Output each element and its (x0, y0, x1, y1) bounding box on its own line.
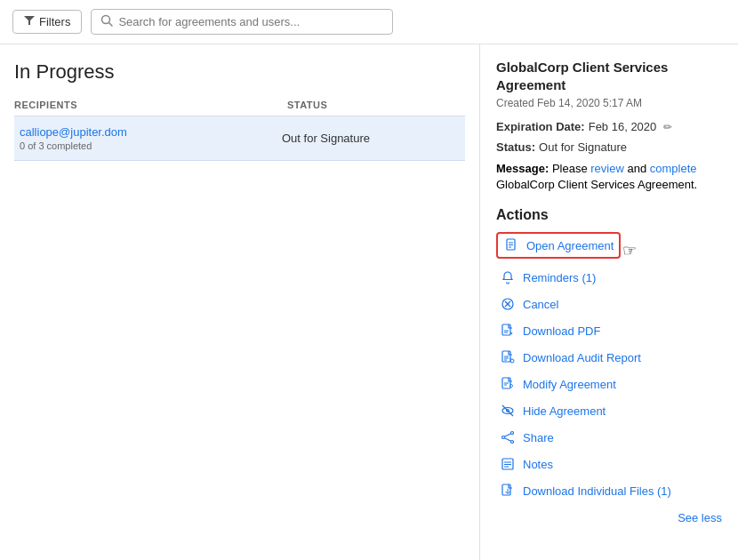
document-icon (503, 237, 519, 253)
edit-icon[interactable]: ✏ (663, 121, 672, 133)
actions-title: Actions (496, 207, 722, 223)
page-title: In Progress (14, 60, 465, 84)
download-files-icon (500, 483, 516, 499)
message-row: Message: Please review and complete Glob… (496, 161, 722, 193)
cancel-label: Cancel (523, 298, 558, 311)
search-input[interactable] (118, 15, 383, 28)
status-label: Status: (496, 140, 535, 154)
modify-agreement-action[interactable]: Modify Agreement (496, 371, 722, 397)
pdf-icon (500, 323, 516, 339)
message-link-complete[interactable]: complete (650, 162, 697, 175)
filter-icon (24, 15, 35, 28)
status-cell: Out for Signature (282, 132, 460, 145)
cursor-icon: ☞ (622, 241, 637, 260)
left-panel: In Progress RECIPIENTS STATUS calliope@j… (0, 44, 480, 560)
svg-rect-34 (502, 484, 510, 495)
svg-point-27 (502, 436, 505, 439)
message-link-review[interactable]: review (590, 162, 624, 175)
reminders-label: Reminders (1) (523, 271, 596, 284)
right-panel: GlobalCorp Client Services Agreement Cre… (480, 44, 738, 560)
status-value: Out for Signature (539, 140, 627, 154)
filter-label: Filters (39, 15, 70, 28)
share-action[interactable]: Share (496, 424, 722, 451)
expiration-row: Expiration Date: Feb 16, 2020 ✏ (496, 120, 722, 133)
modify-agreement-label: Modify Agreement (523, 378, 616, 391)
bell-icon (500, 269, 516, 285)
hide-agreement-label: Hide Agreement (523, 404, 606, 418)
table-row[interactable]: calliope@jupiter.dom 0 of 3 completed Ou… (14, 116, 465, 161)
cancel-icon (500, 296, 516, 312)
audit-icon (500, 349, 516, 365)
search-icon (100, 14, 113, 29)
download-individual-label: Download Individual Files (1) (523, 484, 671, 498)
hide-icon (500, 403, 516, 419)
svg-rect-10 (502, 324, 510, 335)
share-label: Share (523, 431, 554, 444)
svg-line-2 (109, 23, 113, 27)
see-less-link[interactable]: See less (496, 511, 722, 524)
download-audit-label: Download Audit Report (523, 351, 641, 364)
reminders-action[interactable]: Reminders (1) (496, 264, 722, 291)
svg-point-25 (511, 432, 514, 435)
cancel-action[interactable]: Cancel (496, 291, 722, 317)
toolbar: Filters (0, 0, 738, 44)
main-layout: In Progress RECIPIENTS STATUS calliope@j… (0, 44, 738, 560)
share-icon (500, 429, 516, 445)
recipient-info: calliope@jupiter.dom 0 of 3 completed (20, 125, 282, 151)
recipient-email: calliope@jupiter.dom (20, 125, 282, 139)
svg-point-26 (511, 441, 514, 444)
col-status-header: STATUS (287, 100, 465, 110)
modify-icon (500, 376, 516, 392)
svg-line-29 (504, 438, 510, 441)
open-agreement-action[interactable]: Open Agreement (496, 232, 621, 259)
svg-line-28 (504, 434, 510, 436)
recipient-count: 0 of 3 completed (20, 140, 282, 151)
download-individual-action[interactable]: Download Individual Files (1) (496, 477, 722, 504)
download-pdf-label: Download PDF (523, 324, 600, 338)
notes-icon (500, 456, 516, 472)
open-agreement-label: Open Agreement (526, 239, 614, 252)
svg-line-24 (502, 405, 513, 416)
agreement-title: GlobalCorp Client Services Agreement (496, 59, 722, 93)
col-recipients-header: RECIPIENTS (14, 100, 287, 110)
notes-label: Notes (523, 458, 553, 471)
search-box (91, 9, 393, 35)
expiration-value: Feb 16, 2020 (589, 120, 657, 133)
notes-action[interactable]: Notes (496, 451, 722, 477)
table-header: RECIPIENTS STATUS (14, 100, 465, 116)
message-label: Message: (496, 162, 549, 175)
filter-button[interactable]: Filters (12, 10, 82, 34)
status-row: Status: Out for Signature (496, 140, 722, 154)
download-audit-action[interactable]: Download Audit Report (496, 344, 722, 371)
created-date: Created Feb 14, 2020 5:17 AM (496, 97, 722, 109)
download-pdf-action[interactable]: Download PDF (496, 317, 722, 344)
svg-marker-0 (24, 16, 35, 25)
hide-agreement-action[interactable]: Hide Agreement (496, 397, 722, 424)
expiration-label: Expiration Date: (496, 120, 585, 133)
